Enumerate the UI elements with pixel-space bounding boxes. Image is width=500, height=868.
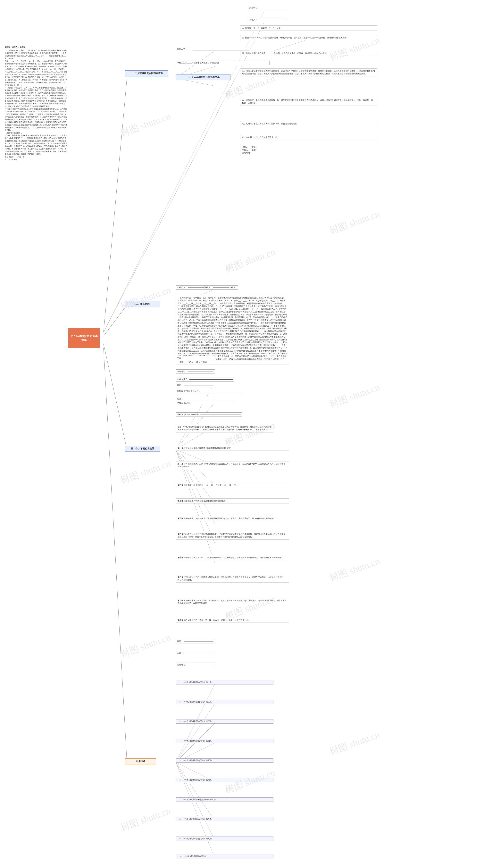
section2-remark: 备注： xyxy=(176,397,215,401)
section3-phone: 电话： xyxy=(176,639,215,643)
section3-yifang: 乙方： xyxy=(176,651,215,655)
section1-field-1: 出租人甲_______ xyxy=(176,47,250,51)
svg-line-1 xyxy=(103,305,127,336)
law-item-4: 【4】《中华人民共和国合同法》第四条 xyxy=(176,739,273,743)
law-item-8: 【8】《中华人民共和国合同法》第八条 xyxy=(176,817,273,821)
section1-title-box: 一、个人车辆租赁合同范本简单 xyxy=(176,74,230,80)
svg-line-9 xyxy=(273,39,309,51)
section1-item-4: 四、承租人租用汽车只供于_________承使用，租人只有使用权、行驶权、技术操… xyxy=(240,51,377,56)
law-item-6: 【6】《中华人民共和国合同法》第六条 xyxy=(176,778,273,782)
section3-sign-time: 签订时间： xyxy=(176,663,215,667)
section2-phone: 电话： xyxy=(176,383,215,387)
section3-article-7: 第七条 合同适用原里原则：甲、乙双方均依据一致，可以补充条款，补充条款在本合同成… xyxy=(176,555,289,560)
section3-field-1: 出租方(甲方) xyxy=(176,377,234,381)
field-lessor: 承租方： xyxy=(248,6,287,10)
law-item-2: 【2】《中华人民共和国合同法》第三条 xyxy=(176,700,273,704)
left-text-block: 出租方： 承租方： 出租方： （以下简称甲方）与承租方_（以下简称乙方）根据中华… xyxy=(4,45,68,162)
section3-article-4: 第四条 租金的及支付方式：租金及押金标准由双方约定。 xyxy=(176,498,289,503)
mindmap-container: 个人车辆租赁合同范本简单 承租方： 出租人： 出租方： 承租方： 出租方： （以… xyxy=(0,0,500,868)
connector-lines xyxy=(0,0,500,868)
law-item-9: 【9】《中华人民共和国合同法》第九条 xyxy=(176,836,273,841)
branch-node-2: 二、租车合同 xyxy=(125,301,160,307)
section1-item-8: 八、本合同一式份，双方签署后正式一份。 xyxy=(240,135,377,140)
law-item-3: 【3】《中华人民共和国合同法》第三条 xyxy=(176,719,273,724)
svg-line-0 xyxy=(103,78,127,332)
law-item-10: 【10】《中华人民共和国合同法》 xyxy=(176,854,273,858)
branch-node-3: 三、个人车辆租赁合同 xyxy=(125,446,160,452)
svg-line-2 xyxy=(103,344,127,449)
section3-article-8: 第八条 特别约定：乙方在一期前还无需出示记录，押金额担实，否则甲方多多少少少，如… xyxy=(176,575,289,583)
section3-article-6: 第六条 违约责任：如因乙方原因造成车辆损坏，甲方有权按国家标准赔偿乙方修复车辆，… xyxy=(176,532,289,539)
field-lessee: 出租人： xyxy=(248,18,287,22)
section1-item-7: 七、其他未尽事宜，由双方协商。协商不成，按合同法规定处定。 xyxy=(240,121,377,126)
svg-line-3 xyxy=(103,348,127,762)
section3-article-3: 第三条 租赁期限：租赁期限自___年___月___日起至___年___月___日… xyxy=(176,483,289,488)
svg-line-33 xyxy=(176,762,215,821)
section2-jiafang: 甲方： xyxy=(176,356,215,360)
law-item-5: 【5】《中华人民共和国合同法》第五条 xyxy=(176,758,273,763)
section1-item-3: 三. 租金每每每月为元，从合同生效日起计，每月缴纳一次，按月租用，不足一个月按一… xyxy=(240,35,377,40)
section1-signature: 出租人：（盖章） 承租人：（盖章） 签约时间： xyxy=(240,145,338,155)
section1-item-2: 二. 租期为___年__月__日起至__年__月__日止。 xyxy=(240,25,377,31)
branch-node-1: 一、个人车辆租赁合同范本简单 xyxy=(125,70,168,76)
law-item-1: 【1】《中华人民共和国合同法》第一条 xyxy=(176,680,273,685)
svg-line-27 xyxy=(176,704,215,762)
section2-place: 出租地方： 承租方： 出租方： xyxy=(176,285,238,290)
section3-article-10: 第十条 本合同由双方在（管理）招生读，本合同一式②份，由甲、乙双方各持一份。 xyxy=(176,617,289,623)
section3-field-3: 承租方（乙方） xyxy=(176,401,234,405)
section3-article-1: 第一条 甲方证明所出租的车辆符合国家对租赁车辆的相关规定。 xyxy=(176,446,289,451)
section3-article-2: 第二条 甲方应提供状况良好的车辆以及行用期间的的双证件，并且双方乙、乙方所提供给… xyxy=(176,461,289,469)
branch-node-4: 引用法条 xyxy=(125,758,156,765)
section3-article-9: 第九条 其他未尽事项：一天24小时，个月计30天，超时：超公里要警示补充；超1 … xyxy=(176,598,289,606)
central-node: 个人车辆租赁合同范本简单 xyxy=(68,329,100,348)
svg-line-4 xyxy=(103,12,264,332)
section3-field-4: 承租方（乙方）身份证号 xyxy=(176,412,242,417)
svg-line-22 xyxy=(176,449,215,504)
section2-sign-time: 签订时间： xyxy=(176,369,215,374)
section3-article-5: 第五条 合同的变更、解除与终止：双方可以按照甲乙约定终止本合同，应提前通知乙。甲… xyxy=(176,516,289,521)
svg-line-35 xyxy=(176,762,215,858)
section1-item-5: 五、承租人要负责对所租车辆进行道路保养，在道理行车中的损坏，应按照维修状请修，修… xyxy=(240,68,377,76)
section1-field-2: 承租人乙方_____车租给承租人使用，车号分别是： xyxy=(176,60,270,65)
section3-intro: 根据《中华人民共和国合同法》及相关法律法规的规定，双方本着平等、自愿原则，相互协… xyxy=(176,424,273,433)
section2-content: （以下简称甲方）与承租方_（以下简称乙方）根据中华人民共和国法律及法规相关规定规… xyxy=(176,295,289,365)
section3-field-2: 出租方（甲方）身份证号 xyxy=(176,389,242,393)
law-item-7: 【7】《中华人民共和国租赁合同法》第七条 xyxy=(176,798,273,802)
section1-item-6: 六、道路遵守，出租人不得违自将车辆，应一时间把派专用赁租金额期满后依数给承租人，… xyxy=(240,98,377,106)
